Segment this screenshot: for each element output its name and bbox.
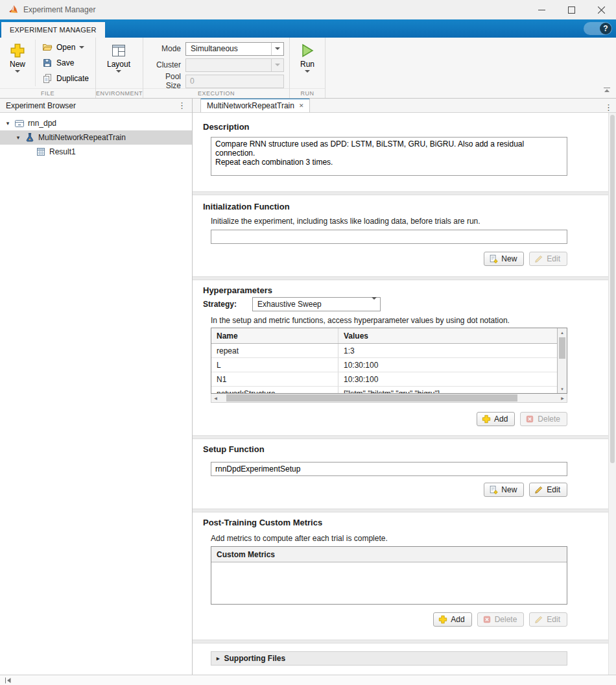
cluster-label: Cluster xyxy=(148,60,181,69)
ribbon-group-run: Run RUN xyxy=(290,38,326,98)
edit-pencil-icon xyxy=(534,615,543,624)
hyper-delete-button: Delete xyxy=(520,412,567,426)
ribbon-group-execution: Mode Simultaneous Cluster Pool Size EXEC… xyxy=(143,38,290,98)
initialization-heading: Initialization Function xyxy=(203,202,608,211)
setup-new-button[interactable]: New xyxy=(484,483,524,497)
new-plus-icon xyxy=(10,43,25,58)
tab-multinetworkrepeattrain[interactable]: MultiNetworkRepeatTrain ✕ xyxy=(200,98,310,112)
metrics-delete-button: Delete xyxy=(477,612,525,627)
hyperparameters-section: Hyperparameters Strategy: Exhaustive Swe… xyxy=(193,280,608,435)
minimize-button[interactable] xyxy=(527,0,556,19)
run-button[interactable]: Run xyxy=(292,40,322,74)
document-tab-bar: MultiNetworkRepeatTrain ✕ ⋮ xyxy=(193,99,616,113)
experiment-browser-panel: Experiment Browser ⋮ ▾ rnn_dpd ▾ xyxy=(0,99,193,675)
supporting-files-section: ▸ Supporting Files xyxy=(193,643,608,672)
ribbon: New Open S xyxy=(0,38,616,99)
scrollbar-thumb[interactable] xyxy=(226,394,517,402)
ribbon-group-file: New Open S xyxy=(0,38,96,98)
mode-label: Mode xyxy=(148,44,181,53)
scroll-left-icon[interactable]: ◀ xyxy=(211,394,220,402)
main-vertical-scrollbar[interactable] xyxy=(608,113,616,675)
collapse-ribbon-button[interactable] xyxy=(603,86,611,95)
scroll-right-icon[interactable]: ▶ xyxy=(558,394,567,402)
mode-select[interactable]: Simultaneous xyxy=(185,42,284,56)
strategy-label: Strategy: xyxy=(203,300,237,309)
mode-dropdown-icon xyxy=(271,43,280,55)
table-row[interactable]: L 10:30:100 xyxy=(211,358,557,372)
init-new-button[interactable]: New xyxy=(484,252,524,266)
metrics-add-button[interactable]: Add xyxy=(433,612,471,627)
new-button[interactable]: New xyxy=(3,40,32,74)
metrics-edit-button: Edit xyxy=(529,612,567,627)
maximize-button[interactable] xyxy=(556,0,586,19)
scrollbar-thumb[interactable] xyxy=(610,115,615,463)
setup-function-input[interactable] xyxy=(211,462,567,476)
close-button[interactable] xyxy=(586,0,616,19)
document-tab-label: MultiNetworkRepeatTrain xyxy=(207,101,294,110)
collapse-sidebar-icon xyxy=(5,677,12,684)
document-area: MultiNetworkRepeatTrain ✕ ⋮ Description … xyxy=(193,99,616,675)
custom-metrics-column-header[interactable]: Custom Metrics xyxy=(211,547,567,562)
browser-menu-button[interactable]: ⋮ xyxy=(174,101,189,110)
tree-item-experiment[interactable]: ▾ MultiNetworkRepeatTrain xyxy=(0,130,192,145)
expand-caret-icon[interactable]: ▾ xyxy=(5,120,11,126)
scroll-down-icon[interactable]: ▼ xyxy=(558,385,567,393)
layout-dropdown-icon xyxy=(116,70,121,73)
strategy-select[interactable]: Exhaustive Sweep xyxy=(252,297,381,311)
cluster-dropdown-icon xyxy=(271,59,280,71)
edit-pencil-icon xyxy=(534,254,543,263)
tab-experiment-manager[interactable]: EXPERIMENT MANAGER xyxy=(1,22,105,38)
titlebar: Experiment Manager xyxy=(0,0,616,19)
result-table-icon xyxy=(36,147,46,157)
column-header-values[interactable]: Values xyxy=(338,328,557,343)
layout-button[interactable]: Layout xyxy=(99,40,139,74)
scroll-up-icon[interactable]: ▲ xyxy=(558,328,567,337)
supporting-files-label: Supporting Files xyxy=(224,654,286,663)
table-row[interactable]: networkStructure ["lstm" "bilstm" "gru" … xyxy=(211,387,557,393)
save-button[interactable]: Save xyxy=(38,55,93,71)
duplicate-button[interactable]: Duplicate xyxy=(38,71,93,86)
initialization-function-input[interactable] xyxy=(211,230,567,244)
layout-icon xyxy=(111,43,126,58)
column-header-name[interactable]: Name xyxy=(211,328,338,343)
hyperparameters-table: Name Values repeat 1:3 L 10:30:100 xyxy=(211,328,567,394)
minimize-icon xyxy=(538,6,545,14)
table-row[interactable]: repeat 1:3 xyxy=(211,344,557,358)
table-row[interactable]: N1 10:30:100 xyxy=(211,372,557,387)
add-plus-icon xyxy=(482,415,491,424)
tree-item-result[interactable]: Result1 xyxy=(0,145,192,159)
expander-collapsed-icon: ▸ xyxy=(217,655,220,662)
table-horizontal-scrollbar[interactable]: ◀ ▶ xyxy=(211,394,567,403)
add-plus-icon xyxy=(438,615,447,624)
tab-close-icon[interactable]: ✕ xyxy=(299,102,304,109)
supporting-files-expander[interactable]: ▸ Supporting Files xyxy=(211,651,567,666)
experiment-browser-header: Experiment Browser ⋮ xyxy=(0,99,192,113)
new-function-icon xyxy=(489,485,498,494)
document-menu-button[interactable]: ⋮ xyxy=(601,102,616,112)
experiment-tree: ▾ rnn_dpd ▾ MultiNetworkRepeatTrain xyxy=(0,113,192,159)
setup-edit-button[interactable]: Edit xyxy=(529,483,567,497)
group-label-execution: EXECUTION xyxy=(143,88,289,98)
close-icon xyxy=(598,6,605,14)
help-button[interactable]: ? xyxy=(584,22,612,35)
collapse-sidebar-button[interactable] xyxy=(3,677,14,684)
custom-metrics-section: Post-Training Custom Metrics Add metrics… xyxy=(193,512,608,640)
description-textarea[interactable]: Compare RNN structure used as DPD: LSTM,… xyxy=(211,137,567,176)
edit-pencil-icon xyxy=(534,485,543,494)
initialization-hint: Initialize the experiment, including tas… xyxy=(211,217,608,226)
status-bar xyxy=(0,675,616,685)
scrollbar-thumb[interactable] xyxy=(559,337,565,359)
hyper-add-button[interactable]: Add xyxy=(477,412,515,426)
table-vertical-scrollbar[interactable]: ▲ ▼ xyxy=(557,328,567,393)
save-icon xyxy=(42,58,53,68)
metrics-hint: Add metrics to compute after each trial … xyxy=(211,534,608,543)
group-label-run: RUN xyxy=(290,88,325,98)
setup-function-section: Setup Function New xyxy=(193,439,608,509)
open-button[interactable]: Open xyxy=(38,40,93,55)
run-play-icon xyxy=(300,43,315,58)
tree-item-project[interactable]: ▾ rnn_dpd xyxy=(0,116,192,130)
new-dropdown-icon xyxy=(15,70,20,73)
open-dropdown-icon xyxy=(79,46,84,49)
cluster-select xyxy=(185,58,284,72)
expand-caret-icon[interactable]: ▾ xyxy=(15,134,21,141)
